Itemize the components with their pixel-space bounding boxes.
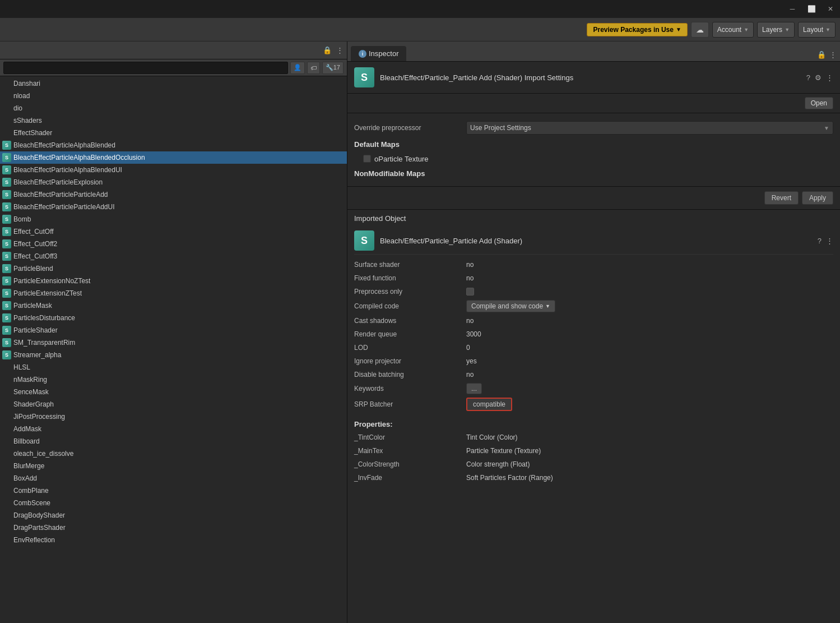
layers-label: Layers bbox=[762, 26, 782, 34]
more-icon-2[interactable]: ⋮ bbox=[826, 237, 833, 245]
list-item[interactable]: nload bbox=[0, 90, 347, 102]
tag-filter-button[interactable]: 🏷 bbox=[307, 62, 320, 74]
account-dropdown[interactable]: Account ▼ bbox=[712, 22, 754, 38]
disable-batching-label: Disable batching bbox=[354, 371, 466, 379]
srp-batcher-label: SRP Batcher bbox=[354, 400, 466, 408]
list-item[interactable]: SBleachEffectParticleAlphaBlendedUI bbox=[0, 164, 347, 176]
list-item[interactable]: SParticlesDisturbance bbox=[0, 312, 347, 324]
override-preprocessor-label: Override preprocessor bbox=[354, 124, 466, 132]
list-item[interactable]: SBleachEffectParticleExplosion bbox=[0, 176, 347, 188]
layout-arrow: ▼ bbox=[825, 27, 830, 33]
list-item[interactable]: Danshari bbox=[0, 77, 347, 90]
shader-icon: S bbox=[2, 202, 11, 211]
color-strength-label: _ColorStrength bbox=[354, 460, 466, 468]
preprocess-only-row: Preprocess only bbox=[354, 285, 833, 298]
override-preprocessor-dropdown[interactable]: Use Project Settings ▼ bbox=[466, 121, 833, 135]
list-item[interactable]: SParticleExtensionZTest bbox=[0, 287, 347, 299]
list-item[interactable]: SEffect_CutOff3 bbox=[0, 250, 347, 262]
shader-icon: S bbox=[2, 264, 11, 273]
preview-packages-button[interactable]: Preview Packages in Use ▼ bbox=[587, 23, 687, 36]
color-strength-row: _ColorStrength Color strength (Float) bbox=[354, 458, 833, 471]
tools-count-button[interactable]: 🔧17 bbox=[322, 62, 344, 74]
list-item[interactable]: ShaderGraph bbox=[0, 398, 347, 410]
list-item[interactable]: Billboard bbox=[0, 435, 347, 447]
apply-button[interactable]: Apply bbox=[802, 191, 833, 205]
shader-icon: S bbox=[2, 227, 11, 236]
list-item[interactable]: EnvReflection bbox=[0, 534, 347, 546]
shader-icon: S bbox=[2, 190, 11, 199]
preview-packages-label: Preview Packages in Use bbox=[593, 26, 673, 34]
layers-dropdown[interactable]: Layers ▼ bbox=[757, 22, 795, 38]
lock-icon[interactable]: 🔒 bbox=[817, 50, 826, 59]
fixed-function-value: no bbox=[466, 274, 833, 282]
close-button[interactable]: ✕ bbox=[825, 4, 836, 14]
list-item[interactable]: SSM_TransparentRim bbox=[0, 336, 347, 349]
shader-icon: S bbox=[2, 338, 11, 347]
help-icon-2[interactable]: ? bbox=[818, 237, 822, 245]
preprocess-only-checkbox[interactable] bbox=[466, 288, 474, 296]
main-tex-value: Particle Texture (Texture) bbox=[466, 447, 833, 455]
list-item[interactable]: DragPartsShader bbox=[0, 522, 347, 534]
list-item[interactable]: SBleachEffectParticleParticleAdd bbox=[0, 188, 347, 201]
cloud-icon: ☁ bbox=[696, 25, 704, 34]
list-item-selected[interactable]: SBleachEffectParticleAlphaBlendedOcclusi… bbox=[0, 151, 347, 164]
inspector-tab[interactable]: i Inspector bbox=[351, 46, 406, 61]
list-item[interactable]: JiPostProcessing bbox=[0, 410, 347, 423]
default-maps-row: Default Maps bbox=[354, 137, 833, 151]
properties-label: Properties: bbox=[354, 420, 466, 428]
revert-button[interactable]: Revert bbox=[764, 191, 799, 205]
search-input[interactable] bbox=[3, 62, 288, 74]
list-item[interactable]: SParticleMask bbox=[0, 299, 347, 312]
compiled-code-button[interactable]: Compile and show code ▼ bbox=[466, 300, 555, 312]
lock-icon[interactable]: 🔒 bbox=[323, 46, 332, 54]
list-item[interactable]: CombPlane bbox=[0, 484, 347, 497]
keywords-button[interactable]: ... bbox=[466, 383, 482, 394]
list-item[interactable]: SenceMask bbox=[0, 386, 347, 398]
file-list: Danshari nload dio sShaders EffectShader… bbox=[0, 76, 347, 623]
list-item[interactable]: BoxAdd bbox=[0, 472, 347, 484]
layout-dropdown[interactable]: Layout ▼ bbox=[798, 22, 836, 38]
list-item[interactable]: SEffect_CutOff2 bbox=[0, 238, 347, 250]
shader-icon: S bbox=[2, 141, 11, 150]
tint-color-label: _TintColor bbox=[354, 433, 466, 441]
inv-fade-value: Soft Particles Factor (Range) bbox=[466, 474, 833, 482]
more-icon[interactable]: ⋮ bbox=[826, 73, 833, 82]
list-item[interactable]: SParticleShader bbox=[0, 324, 347, 336]
lod-value: 0 bbox=[466, 344, 833, 352]
list-item[interactable]: sShaders bbox=[0, 114, 347, 127]
list-item[interactable]: nMaskRing bbox=[0, 373, 347, 386]
list-item[interactable]: oleach_ice_dissolve bbox=[0, 447, 347, 460]
list-item[interactable]: SParticleExtensionNoZTest bbox=[0, 275, 347, 287]
settings-icon[interactable]: ⚙ bbox=[815, 73, 822, 82]
list-item[interactable]: dio bbox=[0, 102, 347, 114]
maximize-button[interactable]: ⬜ bbox=[806, 4, 816, 14]
panel-menu-icon[interactable]: ⋮ bbox=[336, 46, 344, 54]
list-item[interactable]: CombScene bbox=[0, 497, 347, 509]
help-icon[interactable]: ? bbox=[806, 73, 810, 82]
titlebar: ─ ⬜ ✕ bbox=[0, 0, 840, 18]
list-item[interactable]: SBleachEffectParticleAlphaBlended bbox=[0, 139, 347, 151]
list-item[interactable]: BlurMerge bbox=[0, 460, 347, 472]
minimize-button[interactable]: ─ bbox=[787, 4, 797, 14]
list-item[interactable]: SBomb bbox=[0, 213, 347, 225]
menu-icon[interactable]: ⋮ bbox=[829, 50, 837, 59]
list-item[interactable]: SStreamer_alpha bbox=[0, 349, 347, 361]
list-item[interactable]: EffectShader bbox=[0, 127, 347, 139]
shader-icon: S bbox=[2, 153, 11, 162]
list-item[interactable]: DragBodyShader bbox=[0, 509, 347, 522]
list-item[interactable]: SParticleBlend bbox=[0, 262, 347, 275]
imported-asset-title: Bleach/Effect/Particle_Particle Add (Sha… bbox=[380, 237, 522, 245]
list-item[interactable]: AddMask bbox=[0, 423, 347, 435]
search-bar: 👤 🏷 🔧17 bbox=[0, 59, 347, 76]
particle-texture-label: oParticle Texture bbox=[374, 155, 429, 163]
disable-batching-row: Disable batching no bbox=[354, 368, 833, 381]
list-item[interactable]: HLSL bbox=[0, 361, 347, 373]
asset-header: S Bleach/Effect/Particle_Particle Add (S… bbox=[347, 62, 840, 94]
list-item[interactable]: SEffect_CutOff bbox=[0, 225, 347, 238]
person-filter-button[interactable]: 👤 bbox=[290, 62, 305, 74]
open-button[interactable]: Open bbox=[805, 97, 833, 109]
particle-texture-checkbox[interactable] bbox=[363, 155, 371, 163]
cast-shadows-value: no bbox=[466, 317, 833, 325]
list-item[interactable]: SBleachEffectParticleParticleAddUI bbox=[0, 201, 347, 213]
cloud-button[interactable]: ☁ bbox=[691, 22, 709, 38]
